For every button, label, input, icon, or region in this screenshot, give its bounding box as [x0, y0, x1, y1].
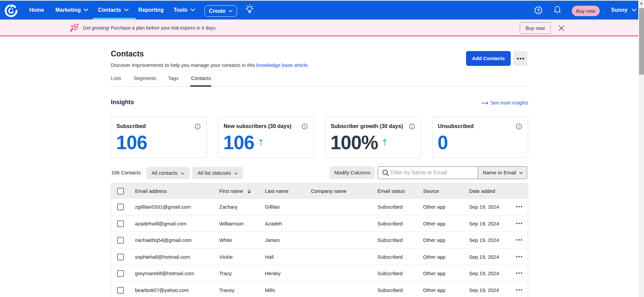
svg-text:i: i	[197, 125, 198, 129]
svg-text:i: i	[411, 125, 412, 129]
svg-text:?: ?	[537, 7, 540, 13]
svg-text:i: i	[304, 125, 305, 129]
svg-text:i: i	[518, 125, 519, 129]
